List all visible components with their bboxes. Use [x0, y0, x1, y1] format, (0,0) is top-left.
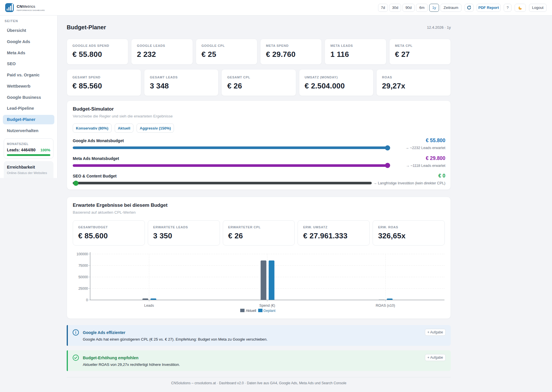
svg-text:25000: 25000: [78, 287, 88, 291]
svg-text:75000: 75000: [78, 264, 88, 268]
svg-text:Spend (€): Spend (€): [259, 304, 275, 308]
svg-text:ROAS (x10): ROAS (x10): [376, 304, 395, 308]
svg-text:100000: 100000: [76, 252, 88, 256]
svg-text:0: 0: [86, 298, 88, 302]
svg-text:Aktuell: Aktuell: [246, 309, 256, 313]
svg-text:Geplant: Geplant: [263, 309, 276, 313]
svg-text:50000: 50000: [78, 275, 88, 279]
svg-text:Leads: Leads: [144, 304, 154, 308]
